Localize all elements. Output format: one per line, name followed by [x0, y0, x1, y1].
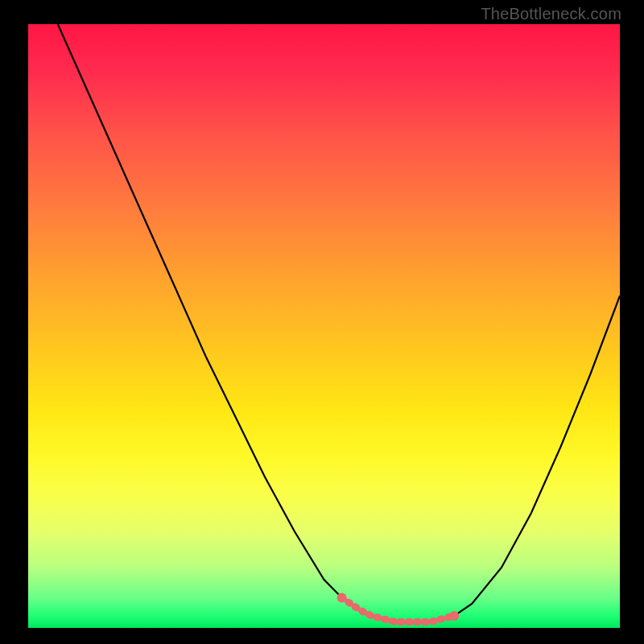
watermark-text: TheBottleneck.com	[481, 5, 621, 23]
optimal-range-stroke	[342, 598, 455, 622]
optimal-range-end-dot	[449, 611, 459, 621]
chart-frame: TheBottleneck.com	[0, 0, 644, 644]
plot-area	[28, 24, 620, 628]
optimal-markers	[337, 593, 460, 622]
optimal-range-end-dot	[337, 593, 347, 603]
bottleneck-curve	[58, 24, 620, 622]
curve-svg	[28, 24, 620, 628]
